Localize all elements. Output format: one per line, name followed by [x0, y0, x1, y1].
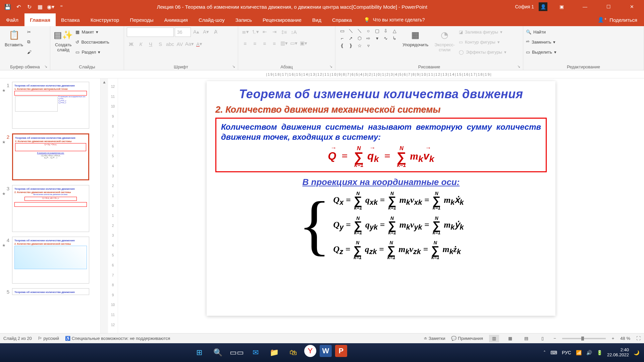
justify-button[interactable]: ≡	[270, 39, 279, 48]
shape-curve-icon[interactable]: ∿	[382, 35, 390, 42]
dialog-launcher-icon[interactable]: ↘	[44, 64, 47, 69]
current-slide[interactable]: Теорема об изменении количества движения…	[207, 81, 555, 316]
shadow-button[interactable]: S	[156, 40, 165, 48]
font-size-input[interactable]	[175, 27, 191, 37]
fit-to-window-button[interactable]: ⛶	[636, 336, 641, 341]
tab-home[interactable]: Главная	[24, 13, 56, 26]
clock[interactable]: 2:40 22.06.2022	[607, 348, 629, 358]
mail-app-icon[interactable]: ✉	[248, 345, 263, 360]
store-icon[interactable]: 🛍	[285, 345, 301, 360]
thumbnail-scrollbar[interactable]: ▲	[101, 78, 108, 333]
share-button[interactable]: 👤⁺ Поделиться	[591, 13, 644, 26]
dialog-launcher-icon[interactable]: ↘	[329, 64, 332, 69]
redo-icon[interactable]: ↻	[25, 3, 33, 10]
zoom-level[interactable]: 48 %	[620, 336, 630, 341]
italic-button[interactable]: К	[137, 40, 145, 48]
copy-button[interactable]: ⧉	[27, 38, 32, 46]
font-family-input[interactable]	[127, 27, 174, 37]
language-indicator[interactable]: 🏳 русский	[38, 336, 59, 341]
wifi-icon[interactable]: 📶	[576, 350, 582, 355]
underline-button[interactable]: Ч	[146, 40, 155, 48]
shape-outline-button[interactable]: ▭ Контур фигуры ▾	[459, 38, 506, 46]
shape-rect-icon[interactable]: ▭	[338, 27, 346, 34]
comments-button[interactable]: 💬 Примечания	[451, 336, 483, 341]
find-button[interactable]: 🔍 Найти	[526, 27, 556, 36]
keyboard-icon[interactable]: ⌨	[550, 350, 557, 355]
reset-button[interactable]: ↺ Восстановить	[75, 38, 109, 46]
explorer-icon[interactable]: 📁	[267, 345, 282, 360]
shape-connector-icon[interactable]: ↳	[390, 35, 398, 42]
normal-view-button[interactable]: ▥	[489, 335, 499, 342]
shape-line2-icon[interactable]: ＼	[356, 27, 364, 34]
zoom-slider[interactable]	[562, 338, 606, 339]
shape-line-icon[interactable]: ＼	[347, 27, 355, 34]
bold-button[interactable]: Ж	[127, 40, 136, 48]
align-text-vert-button[interactable]: ▭▾	[289, 39, 298, 48]
clear-format-icon[interactable]: A̷	[211, 27, 220, 36]
vertical-ruler[interactable]: 1211109876543210123456789101112	[108, 78, 118, 333]
slideshow-view-button[interactable]: ▯	[537, 335, 547, 342]
bullets-button[interactable]: ≣▾	[241, 27, 250, 36]
align-left-button[interactable]: ≡	[241, 39, 250, 48]
shape-brace-l-icon[interactable]: ❴	[338, 42, 346, 49]
tab-design[interactable]: Конструктор	[85, 13, 125, 26]
shape-l-icon[interactable]: ⌐	[338, 35, 346, 42]
notifications-icon[interactable]: 🌙	[634, 350, 639, 355]
accessibility-status[interactable]: ♿ Специальные возможности: не поддержива…	[65, 336, 170, 341]
slide-canvas-area[interactable]: Теорема об изменении количества движения…	[118, 78, 644, 333]
text-direction-button[interactable]: ↕A	[289, 27, 298, 36]
user-name[interactable]: София 1	[515, 4, 534, 9]
touch-mode-icon[interactable]: ◉▾	[47, 3, 54, 10]
paste-button[interactable]: 📋 Вставить	[3, 27, 25, 49]
battery-icon[interactable]: 🔋	[597, 350, 602, 355]
yandex-icon[interactable]: Y	[304, 345, 316, 357]
undo-icon[interactable]: ↶	[15, 3, 22, 10]
thumbnail-3[interactable]: 3★ Теорема об изменении количества движе…	[2, 185, 98, 232]
shape-arrow-icon[interactable]: ➚	[347, 35, 355, 42]
shape-hex-icon[interactable]: ⬡	[356, 35, 364, 42]
input-language[interactable]: РУС	[562, 350, 571, 355]
decrease-font-icon[interactable]: A▾	[202, 27, 210, 36]
dialog-launcher-icon[interactable]: ↘	[517, 64, 520, 69]
layout-button[interactable]: ▦ Макет ▾	[75, 27, 109, 36]
scroll-up-icon[interactable]: ▲	[102, 80, 106, 84]
slide-sorter-button[interactable]: ▦	[505, 335, 515, 342]
increase-indent-button[interactable]: ⇥	[270, 27, 279, 36]
tab-help[interactable]: Справка	[327, 13, 357, 26]
font-color-button[interactable]: A▾	[195, 40, 204, 48]
minimize-button[interactable]: —	[576, 0, 594, 13]
shape-effects-button[interactable]: ◯ Эффекты фигуры ▾	[459, 48, 506, 56]
shape-triangle-icon[interactable]: △	[390, 27, 398, 34]
slide-thumbnails-panel[interactable]: 1★ Теорема об изменении количества движе…	[0, 78, 101, 333]
task-view-button[interactable]: ▭▭	[229, 345, 245, 360]
volume-icon[interactable]: 🔊	[586, 350, 592, 355]
powerpoint-icon[interactable]: P	[335, 345, 347, 357]
section-button[interactable]: ▭ Раздел ▾	[75, 48, 109, 56]
char-spacing-button[interactable]: AV	[175, 40, 184, 48]
tab-insert[interactable]: Вставка	[56, 13, 85, 26]
slide-counter[interactable]: Слайд 2 из 20	[3, 336, 32, 341]
shape-arrow-r-icon[interactable]: ⇨	[364, 35, 372, 42]
zoom-in-button[interactable]: +	[612, 336, 614, 341]
quick-styles-button[interactable]: ◔ Экспресс- стили	[432, 27, 457, 54]
maximize-button[interactable]: ☐	[599, 0, 618, 13]
word-icon[interactable]: W	[320, 345, 332, 357]
tab-transitions[interactable]: Переходы	[124, 13, 159, 26]
tab-file[interactable]: Файл	[0, 13, 24, 26]
save-icon[interactable]: 💾	[4, 3, 11, 10]
align-center-button[interactable]: ≡	[251, 39, 259, 48]
ribbon-display-icon[interactable]: ▣	[552, 0, 571, 13]
strikethrough-button[interactable]: abc	[166, 40, 174, 48]
thumbnail-4[interactable]: 4★ Теорема об изменении количества движе…	[2, 237, 98, 284]
change-case-button[interactable]: Aa▾	[185, 40, 194, 48]
close-button[interactable]: ✕	[623, 0, 641, 13]
start-button[interactable]: ⊞	[192, 345, 207, 360]
shape-expand-icon[interactable]: ▿	[364, 42, 372, 49]
arrange-button[interactable]: ▦ Упорядочить	[400, 27, 430, 49]
start-from-beginning-icon[interactable]: ▦	[36, 3, 44, 10]
tab-review[interactable]: Рецензирование	[257, 13, 307, 26]
tab-record[interactable]: Запись	[230, 13, 257, 26]
qat-more-icon[interactable]: ⁼	[58, 3, 65, 10]
thumbnail-1[interactable]: 1★ Теорема об изменении количества движе…	[2, 82, 98, 129]
tab-animations[interactable]: Анимация	[159, 13, 193, 26]
